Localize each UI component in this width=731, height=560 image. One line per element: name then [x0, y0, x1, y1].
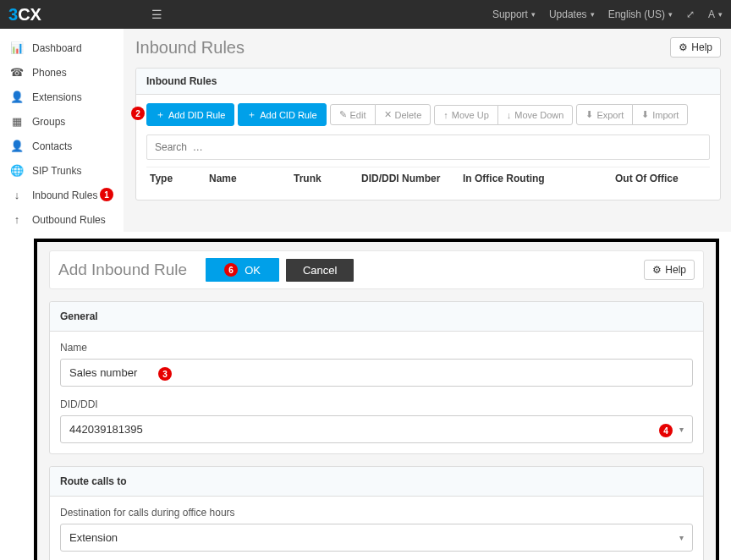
- th-type: Type: [150, 173, 209, 184]
- did-label: DID/DDI: [60, 398, 693, 410]
- globe-icon: 🌐: [10, 164, 24, 177]
- dashboard-icon: 📊: [10, 41, 24, 54]
- nav-updates[interactable]: Updates▾: [549, 8, 595, 20]
- navbar-right: Support▾ Updates▾ English (US)▾ ⤢ A▾: [492, 8, 723, 20]
- delete-label: Delete: [395, 110, 422, 120]
- sidebar-item-label: SIP Trunks: [32, 165, 81, 177]
- logo: 3 C X: [8, 5, 41, 25]
- sidebar-item-extensions[interactable]: 👤 Extensions: [0, 85, 124, 109]
- th-name: Name: [209, 173, 294, 184]
- nav-user[interactable]: A▾: [708, 8, 723, 20]
- move-group: ↑Move Up ↓Move Down: [434, 105, 573, 125]
- general-panel: General Name 3 DID/DDI 442039181395 ▾ 4: [49, 301, 704, 454]
- sidebar-item-outbound-rules[interactable]: ↑ Outbound Rules: [0, 207, 124, 232]
- did-field-group: DID/DDI 442039181395 ▾ 4: [60, 398, 693, 443]
- export-button[interactable]: ⬇Export: [576, 104, 633, 125]
- route-panel: Route calls to Destination for calls dur…: [49, 466, 704, 560]
- help-button[interactable]: ⚙ Help: [644, 260, 695, 280]
- name-field-group: Name 3: [60, 342, 693, 387]
- help-label: Help: [691, 41, 712, 53]
- plus-icon: ＋: [156, 108, 165, 121]
- search-row: [146, 135, 710, 160]
- add-inbound-rule-section: Add Inbound Rule 6 OK Cancel ⚙ Help Gene…: [34, 239, 719, 560]
- nav-language-label: English (US): [608, 8, 665, 20]
- general-body: Name 3 DID/DDI 442039181395 ▾ 4: [50, 332, 703, 453]
- panel-heading: Inbound Rules: [136, 69, 720, 95]
- arrow-down-icon: ↓: [507, 110, 512, 120]
- ok-button[interactable]: 6 OK: [206, 258, 279, 282]
- move-down-button[interactable]: ↓Move Down: [497, 105, 574, 125]
- edit-delete-group: ✎Edit ✕Delete: [330, 104, 431, 125]
- marker-1: 1: [100, 188, 113, 201]
- marker-6: 6: [224, 263, 238, 277]
- expand-icon[interactable]: ⤢: [686, 8, 695, 20]
- sidebar-item-dashboard[interactable]: 📊 Dashboard: [0, 36, 124, 60]
- add-rule-head: Add Inbound Rule 6 OK Cancel ⚙ Help: [49, 250, 704, 289]
- sidebar-item-inbound-rules[interactable]: ↓ Inbound Rules 1: [0, 183, 124, 207]
- sidebar-item-label: Outbound Rules: [32, 214, 106, 226]
- th-inoffice: In Office Routing: [463, 173, 615, 184]
- marker-4: 4: [659, 424, 673, 437]
- caret-icon: ▾: [718, 10, 723, 19]
- page-title: Inbound Rules: [135, 38, 245, 58]
- add-cid-label: Add CID Rule: [260, 110, 316, 120]
- nav-language[interactable]: English (US)▾: [608, 8, 673, 20]
- gear-icon: ⚙: [652, 264, 662, 276]
- export-import-group: ⬇Export ⬇Import: [576, 104, 688, 125]
- caret-icon: ▾: [668, 10, 673, 19]
- sidebar-item-label: Groups: [32, 116, 65, 128]
- caret-icon: ▾: [679, 425, 684, 434]
- rules-toolbar: 2 ＋ Add DID Rule ＋ Add CID Rule ✎Edit ✕D…: [146, 103, 710, 126]
- nav-updates-label: Updates: [549, 8, 587, 20]
- edit-label: Edit: [350, 110, 366, 120]
- hamburger-icon[interactable]: ☰: [151, 8, 162, 21]
- user-icon: 👤: [10, 140, 24, 152]
- user-icon: 👤: [10, 91, 24, 103]
- delete-button[interactable]: ✕Delete: [375, 104, 431, 125]
- help-label: Help: [665, 264, 686, 276]
- sidebar-item-label: Dashboard: [32, 42, 82, 54]
- edit-button[interactable]: ✎Edit: [330, 104, 376, 125]
- logo-3: 3: [8, 5, 18, 25]
- sidebar-item-label: Phones: [32, 67, 67, 79]
- nav-support-label: Support: [492, 8, 528, 20]
- add-cid-rule-button[interactable]: ＋ Add CID Rule: [238, 103, 326, 126]
- upload-icon: ⬇: [641, 109, 649, 120]
- general-heading: General: [50, 302, 703, 332]
- grid-icon: ▦: [10, 115, 24, 128]
- th-trunk: Trunk: [294, 173, 361, 184]
- add-rule-title: Add Inbound Rule: [58, 261, 187, 279]
- import-button[interactable]: ⬇Import: [632, 104, 688, 125]
- move-up-button[interactable]: ↑Move Up: [434, 105, 498, 125]
- search-input[interactable]: [146, 135, 710, 160]
- nav-support[interactable]: Support▾: [492, 8, 536, 20]
- add-did-rule-button[interactable]: ＋ Add DID Rule: [146, 103, 234, 126]
- did-select[interactable]: 442039181395 ▾: [60, 415, 693, 443]
- top-navbar: 3 C X ☰ Support▾ Updates▾ English (US)▾ …: [0, 0, 731, 29]
- name-input[interactable]: [60, 359, 693, 387]
- gear-icon: ⚙: [679, 41, 688, 53]
- rules-table-header: Type Name Trunk DID/DDI Number In Office…: [146, 167, 710, 189]
- caret-icon: ▾: [679, 533, 684, 542]
- caret-icon: ▾: [531, 10, 536, 19]
- destination-value: Extension: [69, 531, 118, 544]
- pencil-icon: ✎: [339, 109, 347, 120]
- th-did: DID/DDI Number: [361, 173, 463, 184]
- nav-user-label: A: [708, 8, 715, 20]
- sidebar-item-siptrunks[interactable]: 🌐 SIP Trunks: [0, 158, 124, 183]
- destination-select[interactable]: Extension ▾: [60, 524, 693, 552]
- plus-icon: ＋: [247, 108, 256, 121]
- sidebar-item-label: Inbound Rules: [32, 189, 97, 201]
- sidebar-item-phones[interactable]: ☎ Phones: [0, 60, 124, 85]
- logo-x: X: [30, 5, 41, 25]
- sidebar-item-contacts[interactable]: 👤 Contacts: [0, 134, 124, 158]
- import-label: Import: [652, 110, 679, 120]
- help-button[interactable]: ⚙ Help: [670, 37, 721, 58]
- caret-icon: ▾: [591, 10, 595, 19]
- upper-section: 📊 Dashboard ☎ Phones 👤 Extensions ▦ Grou…: [0, 29, 731, 232]
- sidebar-item-groups[interactable]: ▦ Groups: [0, 109, 124, 134]
- cancel-button[interactable]: Cancel: [286, 259, 354, 282]
- marker-2: 2: [131, 107, 145, 120]
- arrow-down-icon: ↓: [10, 189, 24, 201]
- add-did-label: Add DID Rule: [168, 110, 225, 120]
